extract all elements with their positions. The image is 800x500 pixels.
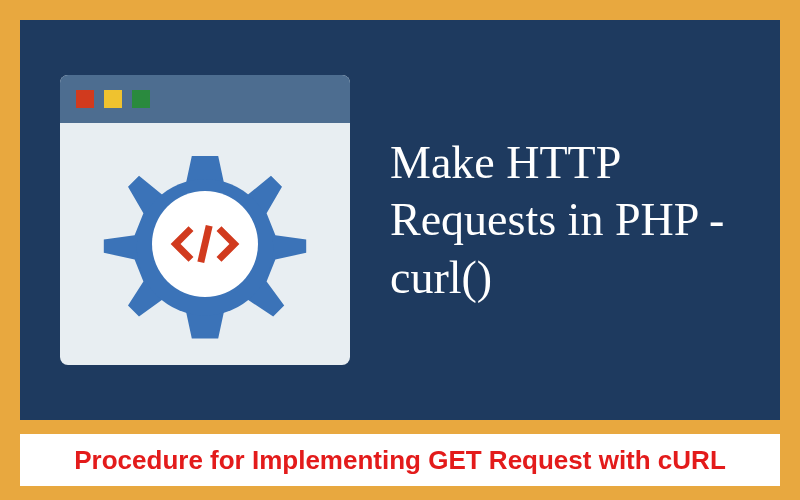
window-dot-red [76, 90, 94, 108]
caption-text: Procedure for Implementing GET Request w… [74, 445, 726, 476]
window-body [60, 123, 350, 365]
code-circle [152, 191, 258, 297]
caption-bar: Procedure for Implementing GET Request w… [20, 434, 780, 486]
svg-line-1 [201, 226, 209, 262]
headline-text: Make HTTP Requests in PHP - curl() [390, 134, 740, 307]
window-title-bar [60, 75, 350, 123]
code-brackets-icon [170, 219, 240, 269]
browser-window [60, 75, 350, 365]
window-dot-yellow [104, 90, 122, 108]
window-dot-green [132, 90, 150, 108]
gear-wrap [95, 134, 315, 354]
main-panel: Make HTTP Requests in PHP - curl() [20, 20, 780, 420]
